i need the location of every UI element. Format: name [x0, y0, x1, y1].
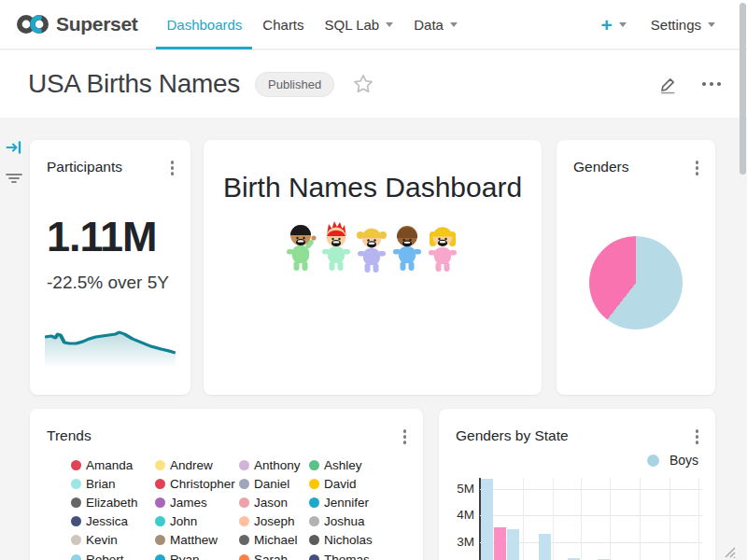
legend-label: Robert [86, 553, 124, 560]
legend-item[interactable]: David [309, 474, 416, 493]
legend-label: Ryan [170, 553, 200, 560]
participants-card: Participants 1.11M -22.5% over 5Y [30, 140, 190, 395]
legend-item[interactable]: Jennifer [309, 493, 416, 511]
expand-filter-bar-button[interactable] [6, 140, 22, 159]
arrow-to-bar-icon [6, 140, 22, 155]
gridline [581, 478, 582, 560]
legend-label: Jessica [86, 514, 128, 528]
legend-dot [71, 516, 81, 526]
legend-item-boys[interactable]: Boys [647, 453, 698, 468]
sparkline-chart [45, 319, 176, 366]
new-item-button[interactable]: + [601, 15, 627, 35]
legend-item[interactable]: Joseph [239, 512, 309, 531]
legend-dot [155, 460, 165, 470]
chart-options-button[interactable] [694, 427, 701, 446]
star-icon [353, 74, 374, 94]
gridline [553, 478, 554, 560]
markdown-card: Birth Names Dashboard [204, 140, 542, 395]
kebab-icon [171, 161, 175, 164]
legend-item[interactable]: Daniel [239, 474, 309, 493]
bar [494, 527, 506, 560]
legend-item[interactable]: Jason [239, 493, 309, 511]
superset-infinity-icon [15, 12, 50, 36]
superset-app: Superset DashboardsChartsSQL LabData + S… [0, 0, 747, 560]
legend-item[interactable]: Matthew [155, 531, 239, 550]
legend-item[interactable]: Anthony [239, 455, 309, 474]
filter-list-button[interactable] [5, 172, 23, 189]
card-title: Genders by State [456, 427, 569, 444]
y-axis-tick: 4M [443, 508, 474, 522]
nav-right-group: + Settings [601, 15, 728, 35]
bar [481, 479, 493, 560]
chart-options-button[interactable] [169, 159, 176, 177]
settings-label: Settings [651, 17, 701, 33]
legend-item[interactable]: Sarah [239, 550, 309, 560]
legend-item[interactable]: Nicholas [309, 531, 416, 550]
chart-options-button[interactable] [694, 159, 701, 177]
legend-item[interactable]: Andrew [155, 455, 239, 474]
legend-item[interactable]: Elizabeth [71, 493, 155, 511]
legend-label: Brian [86, 477, 116, 491]
legend-item[interactable]: Jessica [71, 512, 155, 531]
legend-dot [71, 479, 81, 489]
more-actions-button[interactable] [702, 82, 721, 86]
settings-menu[interactable]: Settings [651, 17, 715, 33]
gridline [610, 478, 611, 560]
legend-item[interactable]: John [155, 512, 239, 531]
legend-item[interactable]: Robert [71, 550, 155, 560]
card-title: Trends [47, 427, 92, 444]
nav-item-charts[interactable]: Charts [252, 0, 314, 49]
legend-label: Boys [669, 453, 698, 468]
legend-dot [309, 535, 319, 545]
legend-item[interactable]: James [155, 493, 239, 511]
legend-item[interactable]: Thomas [309, 550, 416, 560]
bar [539, 534, 551, 560]
filter-icon [5, 172, 23, 185]
legend-dot [239, 460, 249, 470]
legend-item[interactable]: Christopher [155, 474, 239, 493]
gridline [698, 478, 699, 560]
legend-label: Joshua [324, 514, 365, 528]
scrollbar-thumb[interactable] [740, 3, 746, 175]
legend-label: Jennifer [324, 496, 369, 510]
header-actions [658, 75, 721, 94]
children-illustration [284, 218, 461, 274]
legend-dot [155, 497, 165, 508]
nav-item-sql-lab[interactable]: SQL Lab [315, 0, 404, 49]
legend-item[interactable]: Brian [71, 474, 155, 493]
legend-label: Matthew [170, 533, 218, 547]
legend-item[interactable]: Amanda [71, 455, 155, 474]
chevron-down-icon [619, 22, 627, 27]
kebab-icon [696, 429, 699, 433]
legend-item[interactable]: Michael [239, 531, 309, 550]
superset-logo[interactable]: Superset [15, 12, 137, 36]
plus-icon: + [601, 15, 613, 35]
legend-dot [155, 516, 165, 526]
nav-item-dashboards[interactable]: Dashboards [156, 0, 252, 49]
legend-dot [309, 479, 319, 489]
legend-item[interactable]: Joshua [309, 512, 416, 531]
legend-item[interactable]: Ashley [309, 455, 416, 474]
legend-item[interactable]: Kevin [71, 531, 155, 550]
gridline [640, 478, 641, 560]
legend-label: Sarah [254, 553, 288, 560]
dashboard-grid: Participants 1.11M -22.5% over 5Y Birth … [0, 118, 747, 560]
resize-handle-icon[interactable] [721, 543, 736, 558]
legend-item[interactable]: Ryan [155, 550, 239, 560]
legend-dot [239, 535, 249, 545]
legend-label: David [324, 477, 357, 491]
nav-item-data[interactable]: Data [403, 0, 468, 49]
gridline [669, 478, 670, 560]
y-axis-tick: 5M [443, 482, 474, 496]
genders-card: Genders [557, 140, 715, 395]
status-badge[interactable]: Published [255, 72, 334, 97]
favorite-button[interactable] [353, 74, 374, 94]
legend-label: Michael [254, 533, 298, 547]
trends-legend: AmandaAndrewAnthonyAshleyBrianChristophe… [71, 455, 416, 560]
legend-label: Jason [254, 496, 288, 510]
legend-label: Christopher [170, 477, 235, 491]
chart-options-button[interactable] [402, 427, 409, 446]
page-title: USA Births Names [28, 69, 240, 99]
edit-dashboard-button[interactable] [658, 75, 678, 94]
legend-label: Ashley [324, 458, 362, 472]
